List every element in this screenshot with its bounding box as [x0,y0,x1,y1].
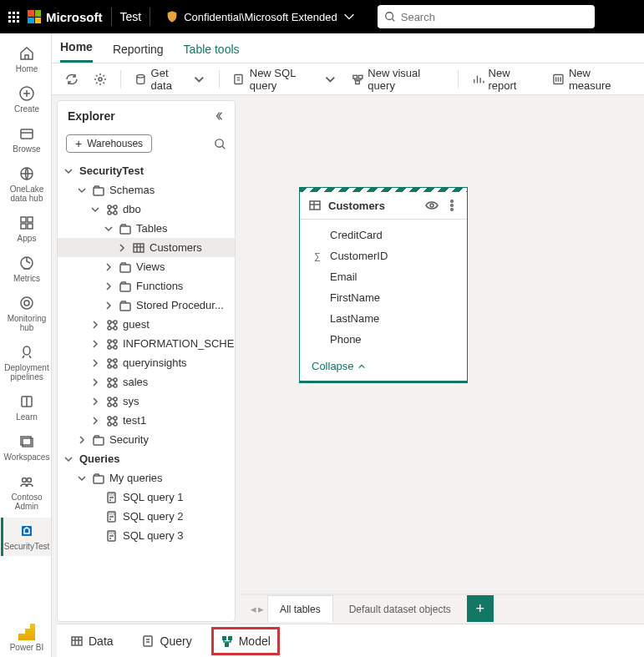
chevron-icon[interactable] [76,434,88,446]
model-canvas[interactable]: Customers CreditCard∑CustomerIDEmailFirs… [241,95,644,622]
tree-item[interactable]: dbo [58,200,235,219]
rail-item-deploy[interactable]: Deployment pipelines [1,339,51,387]
svg-point-35 [108,321,111,324]
new-measure-button[interactable]: New measure [547,63,636,95]
field-row[interactable]: Phone [300,329,467,350]
main-area: Explorer + Warehouses SecurityTestSchema… [52,95,644,657]
tree-item[interactable]: SecurityTest [58,161,235,180]
rail-item-create[interactable]: Create [1,80,51,119]
tree-item[interactable]: Tables [58,219,235,238]
chevron-icon[interactable] [116,242,128,254]
tree-item[interactable]: Customers [58,238,235,257]
tab-home[interactable]: Home [60,33,93,63]
rail-item-sectest[interactable]: SecurityTest [1,518,51,556]
chevron-icon[interactable] [103,223,114,235]
chevron-icon[interactable] [103,300,114,311]
search-box[interactable] [378,5,595,28]
chevron-icon[interactable] [89,319,101,331]
tree-item[interactable]: Schemas [58,180,235,200]
tree-item[interactable]: Stored Procedur... [58,296,235,315]
rail-label: Monitoring hub [3,314,51,332]
app-launcher-icon[interactable] [8,12,19,23]
view-mode-model[interactable]: Model [214,629,277,653]
chevron-icon[interactable] [89,415,101,427]
field-row[interactable]: Email [300,266,467,287]
new-visual-query-button[interactable]: New visual query [347,63,449,95]
chevron-icon[interactable] [76,184,88,196]
tree-item[interactable]: Views [58,257,235,276]
tree-item[interactable]: sys [58,392,235,411]
svg-point-37 [108,326,111,330]
rail-item-metrics[interactable]: Metrics [1,250,51,288]
tree-item[interactable]: Queries [58,449,235,468]
rail-item-onelake[interactable]: OneLake data hub [1,160,51,208]
view-mode-data[interactable]: Data [63,629,120,653]
tab-reporting[interactable]: Reporting [113,36,164,63]
tree-item[interactable]: SQLSQL query 2 [58,507,235,526]
field-row[interactable]: LastName [300,308,467,329]
diagram-tab[interactable]: Default dataset objects [337,595,464,622]
svg-point-42 [114,346,117,349]
tab-next[interactable]: ▸ [258,603,264,615]
chevron-icon[interactable] [89,396,101,407]
tree-item[interactable]: Functions [58,276,235,296]
new-report-button[interactable]: New report [467,63,542,95]
chevron-icon[interactable] [76,473,88,484]
field-name: CreditCard [330,229,383,241]
rail-item-home[interactable]: Home [1,40,51,78]
view-mode-query[interactable]: Query [135,629,199,653]
new-sql-query-button[interactable]: New SQL query [228,63,342,95]
tree-item[interactable]: My queries [58,468,235,488]
field-row[interactable]: FirstName [300,287,467,308]
rail-item-browse[interactable]: Browse [1,120,51,159]
warehouses-button[interactable]: + Warehouses [66,134,152,153]
chevron-icon[interactable] [89,357,101,369]
tree-item[interactable]: INFORMATION_SCHE... [58,334,235,353]
search-icon[interactable] [214,138,226,150]
tree-item[interactable]: sales [58,372,235,392]
tab-prev[interactable]: ◂ [251,603,256,615]
collapse-panel-icon[interactable] [213,110,225,122]
add-tab-button[interactable]: + [467,595,494,622]
chevron-icon[interactable] [63,165,74,177]
field-row[interactable]: CreditCard [300,225,467,245]
svg-point-47 [108,378,111,382]
refresh-button[interactable] [60,69,84,89]
chevron-icon[interactable] [89,204,101,215]
tree-item[interactable]: SQLSQL query 1 [58,488,235,507]
rail-item-ws[interactable]: Workspaces [1,428,51,467]
collapse-link[interactable]: Collapse [300,355,467,381]
tree-label: Customers [150,241,202,254]
get-data-button[interactable]: Get data [129,63,210,95]
rail-item-monitor[interactable]: Monitoring hub [1,290,51,337]
diagram-tab[interactable]: All tables [267,595,333,622]
visibility-icon[interactable] [425,199,439,212]
tree-label: Schemas [109,184,155,196]
search-input[interactable] [401,11,588,23]
tree-item[interactable]: Security [58,430,235,449]
tree-item[interactable]: guest [58,315,235,334]
tree-item[interactable]: SQLSQL query 3 [58,526,235,545]
settings-button[interactable] [89,69,112,89]
classification-dropdown[interactable]: Confidential\Microsoft Extended [159,7,363,27]
chevron-icon[interactable] [89,377,101,388]
gear-icon [94,73,107,86]
chevron-icon[interactable] [89,338,101,350]
collapse-label: Collapse [312,360,354,372]
svg-rect-74 [222,636,226,640]
rail-item-apps[interactable]: Apps [1,210,51,248]
tree-item[interactable]: test1 [58,411,235,430]
rail-item-admin[interactable]: Contoso Admin [1,468,51,516]
table-card-customers[interactable]: Customers CreditCard∑CustomerIDEmailFirs… [299,187,468,383]
more-icon[interactable] [445,199,459,212]
svg-rect-60 [94,476,104,483]
tree-label: SQL query 2 [123,510,184,523]
tree-item[interactable]: queryinsights [58,353,235,372]
chevron-icon[interactable] [63,453,74,465]
chevron-icon[interactable] [103,280,114,292]
field-row[interactable]: ∑CustomerID [300,245,467,266]
chevron-icon[interactable] [103,261,114,273]
tab-table-tools[interactable]: Table tools [184,36,240,63]
rail-item-learn[interactable]: Learn [1,388,51,427]
rail-item-powerbi[interactable]: Power BI [1,619,51,657]
